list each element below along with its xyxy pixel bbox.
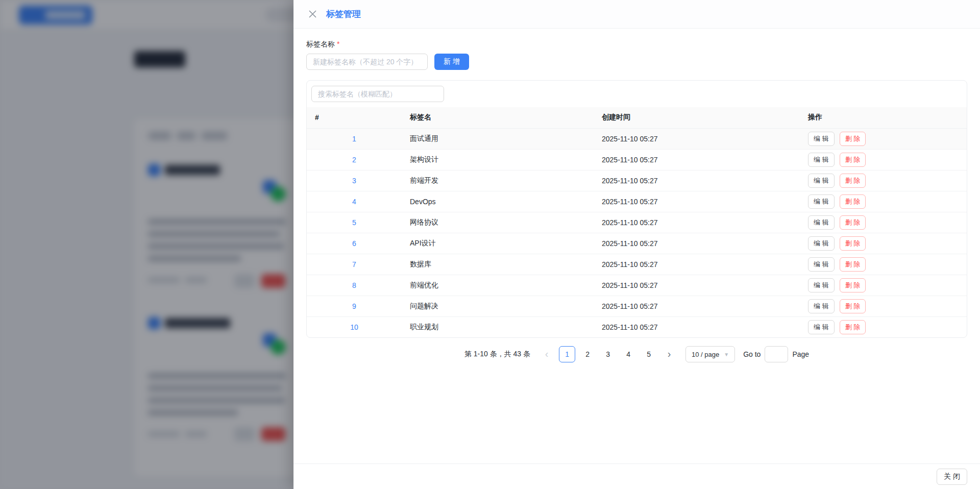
tag-management-drawer: 标签管理 标签名称* 新 增 # 标签名 创建时间 操作 <box>293 0 980 489</box>
row-tag-name: 架构设计 <box>402 149 594 170</box>
row-tag-name: API设计 <box>402 233 594 254</box>
row-tag-name: 网络协议 <box>402 212 594 233</box>
table-header-row: # 标签名 创建时间 操作 <box>307 107 967 128</box>
page-button-2[interactable]: 2 <box>579 346 596 362</box>
page-button-1[interactable]: 1 <box>559 346 575 362</box>
goto-label: Go to <box>743 350 761 358</box>
delete-button[interactable]: 删 除 <box>840 153 866 167</box>
drawer-title: 标签管理 <box>326 8 361 20</box>
row-index-link[interactable]: 1 <box>352 135 356 143</box>
delete-button[interactable]: 删 除 <box>840 194 866 209</box>
table-row: 10 职业规划 2025-11-10 05:27 编 辑删 除 <box>307 316 967 337</box>
close-x-glyph <box>309 10 316 18</box>
row-created-time: 2025-11-10 05:27 <box>594 212 800 233</box>
edit-button[interactable]: 编 辑 <box>808 153 835 167</box>
page-suffix-label: Page <box>792 350 809 358</box>
delete-button[interactable]: 删 除 <box>840 132 866 146</box>
edit-button[interactable]: 编 辑 <box>808 236 835 251</box>
edit-button[interactable]: 编 辑 <box>808 278 835 292</box>
row-tag-name: 前端开发 <box>402 170 594 191</box>
row-created-time: 2025-11-10 05:27 <box>594 191 800 212</box>
row-created-time: 2025-11-10 05:27 <box>594 149 800 170</box>
drawer-header: 标签管理 <box>293 0 980 29</box>
table-row: 4 DevOps 2025-11-10 05:27 编 辑删 除 <box>307 191 967 212</box>
row-index-link[interactable]: 2 <box>352 156 356 164</box>
tag-table-card: # 标签名 创建时间 操作 1 面试通用 2025-11-10 05:27 编 … <box>306 80 967 338</box>
page-button-4[interactable]: 4 <box>620 346 636 362</box>
new-tag-form: 新 增 <box>306 54 967 70</box>
table-row: 8 前端优化 2025-11-10 05:27 编 辑删 除 <box>307 275 967 296</box>
edit-button[interactable]: 编 辑 <box>808 174 835 188</box>
row-index-link[interactable]: 6 <box>352 239 356 248</box>
next-page-icon[interactable]: › <box>661 346 677 362</box>
goto-page-input[interactable] <box>765 346 788 362</box>
tag-table-body: 1 面试通用 2025-11-10 05:27 编 辑删 除 2 架构设计 20… <box>307 128 967 337</box>
row-tag-name: 职业规划 <box>402 316 594 337</box>
column-header-created-time: 创建时间 <box>594 107 800 128</box>
page-size-value: 10 / page <box>692 351 719 358</box>
row-created-time: 2025-11-10 05:27 <box>594 254 800 275</box>
close-icon[interactable] <box>306 8 318 20</box>
drawer-body: 标签名称* 新 增 # 标签名 创建时间 操作 <box>293 29 980 463</box>
close-button[interactable]: 关 闭 <box>937 469 967 485</box>
add-tag-button[interactable]: 新 增 <box>434 54 469 70</box>
row-index-link[interactable]: 5 <box>352 218 356 227</box>
edit-button[interactable]: 编 辑 <box>808 320 835 334</box>
delete-button[interactable]: 删 除 <box>840 320 866 334</box>
table-row: 1 面试通用 2025-11-10 05:27 编 辑删 除 <box>307 128 967 149</box>
row-index-link[interactable]: 8 <box>352 281 356 289</box>
column-header-tag-name: 标签名 <box>402 107 594 128</box>
table-row: 2 架构设计 2025-11-10 05:27 编 辑删 除 <box>307 149 967 170</box>
pagination-total: 第 1-10 条，共 43 条 <box>464 350 530 359</box>
row-created-time: 2025-11-10 05:27 <box>594 275 800 296</box>
page-button-3[interactable]: 3 <box>600 346 616 362</box>
delete-button[interactable]: 删 除 <box>840 257 866 272</box>
edit-button[interactable]: 编 辑 <box>808 299 835 313</box>
tag-name-label-row: 标签名称* <box>306 40 967 48</box>
column-header-actions: 操作 <box>800 107 967 128</box>
table-row: 9 问题解决 2025-11-10 05:27 编 辑删 除 <box>307 296 967 316</box>
row-tag-name: 前端优化 <box>402 275 594 296</box>
row-index-link[interactable]: 10 <box>350 323 358 331</box>
row-created-time: 2025-11-10 05:27 <box>594 233 800 254</box>
row-tag-name: DevOps <box>402 191 594 212</box>
row-created-time: 2025-11-10 05:27 <box>594 128 800 149</box>
row-index-link[interactable]: 7 <box>352 260 356 268</box>
page-size-select[interactable]: 10 / page ▼ <box>685 346 735 362</box>
row-index-link[interactable]: 4 <box>352 198 356 206</box>
row-created-time: 2025-11-10 05:27 <box>594 170 800 191</box>
row-tag-name: 面试通用 <box>402 128 594 149</box>
row-index-link[interactable]: 3 <box>352 177 356 185</box>
tag-table: # 标签名 创建时间 操作 1 面试通用 2025-11-10 05:27 编 … <box>307 107 967 337</box>
table-row: 7 数据库 2025-11-10 05:27 编 辑删 除 <box>307 254 967 275</box>
row-index-link[interactable]: 9 <box>352 302 356 310</box>
delete-button[interactable]: 删 除 <box>840 174 866 188</box>
table-row: 3 前端开发 2025-11-10 05:27 编 辑删 除 <box>307 170 967 191</box>
delete-button[interactable]: 删 除 <box>840 215 866 230</box>
search-row <box>307 81 967 107</box>
row-created-time: 2025-11-10 05:27 <box>594 296 800 316</box>
edit-button[interactable]: 编 辑 <box>808 194 835 209</box>
row-created-time: 2025-11-10 05:27 <box>594 316 800 337</box>
row-tag-name: 数据库 <box>402 254 594 275</box>
table-row: 6 API设计 2025-11-10 05:27 编 辑删 除 <box>307 233 967 254</box>
row-tag-name: 问题解决 <box>402 296 594 316</box>
delete-button[interactable]: 删 除 <box>840 236 866 251</box>
column-header-index: # <box>307 107 402 128</box>
chevron-down-icon: ▼ <box>724 352 729 357</box>
edit-button[interactable]: 编 辑 <box>808 257 835 272</box>
pagination: 第 1-10 条，共 43 条 ‹ 1 2 3 4 5 › 10 / page … <box>306 346 967 362</box>
search-tag-input[interactable] <box>311 86 444 102</box>
delete-button[interactable]: 删 除 <box>840 299 866 313</box>
page-button-5[interactable]: 5 <box>641 346 657 362</box>
new-tag-name-input[interactable] <box>306 54 428 70</box>
tag-name-label: 标签名称 <box>306 40 335 48</box>
delete-button[interactable]: 删 除 <box>840 278 866 292</box>
prev-page-icon[interactable]: ‹ <box>538 346 555 362</box>
edit-button[interactable]: 编 辑 <box>808 132 835 146</box>
drawer-footer: 关 闭 <box>293 463 980 489</box>
table-row: 5 网络协议 2025-11-10 05:27 编 辑删 除 <box>307 212 967 233</box>
required-mark: * <box>337 40 339 48</box>
edit-button[interactable]: 编 辑 <box>808 215 835 230</box>
